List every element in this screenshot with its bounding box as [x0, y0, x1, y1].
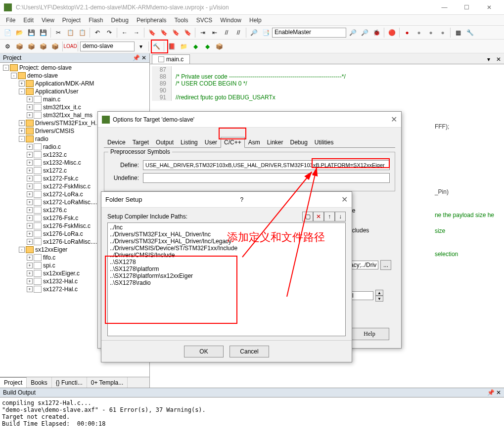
- redo-icon[interactable]: ↷: [104, 27, 115, 38]
- move-up-icon[interactable]: ↑: [324, 212, 335, 222]
- open-icon[interactable]: 📂: [14, 27, 25, 38]
- outdent-icon[interactable]: ⇤: [209, 27, 220, 38]
- options-tab-linker[interactable]: Linker: [264, 137, 287, 148]
- target-select[interactable]: demo-slave: [80, 42, 135, 51]
- include-path-item[interactable]: ../Drivers/CMSIS/Include: [109, 252, 344, 259]
- tab-close-icon[interactable]: ✕: [493, 55, 504, 64]
- comment-icon[interactable]: //: [221, 27, 232, 38]
- build-icon[interactable]: 📦: [14, 41, 25, 52]
- options-tab-target[interactable]: Target: [129, 137, 152, 148]
- bookmark-prev-icon[interactable]: 🔖: [158, 27, 169, 38]
- bottom-tab-3[interactable]: 0+ Templa...: [87, 377, 128, 388]
- options-tab-debug[interactable]: Debug: [286, 137, 311, 148]
- define-input[interactable]: [143, 160, 390, 170]
- grp-mdkarm[interactable]: +Application/MDK-ARM: [1, 80, 148, 88]
- options-close-icon[interactable]: ✕: [391, 115, 397, 124]
- manage-icon[interactable]: 📕: [166, 41, 177, 52]
- tab-dropdown-icon[interactable]: ▾: [484, 55, 493, 64]
- uncomment-icon[interactable]: //: [233, 27, 244, 38]
- spinner-up[interactable]: ▲: [375, 290, 383, 296]
- cancel-button[interactable]: Cancel: [229, 346, 269, 357]
- tab-main-c[interactable]: main.c: [152, 54, 190, 64]
- incremental-icon[interactable]: 📑: [260, 27, 271, 38]
- nav-back-icon[interactable]: ←: [119, 27, 130, 38]
- bookmark-icon[interactable]: 🔖: [146, 27, 157, 38]
- bookmark-clear-icon[interactable]: 🔖: [182, 27, 193, 38]
- kill-icon[interactable]: ●: [437, 27, 448, 38]
- menu-project[interactable]: Project: [58, 17, 85, 24]
- maximize-button[interactable]: ☐: [456, 0, 478, 15]
- cut-icon[interactable]: ✂: [53, 27, 64, 38]
- build-pin-icon[interactable]: 📌 ✕: [487, 389, 501, 396]
- build-output-text[interactable]: compiling sx1272-Hal.c... "demo-slave\de…: [0, 398, 504, 443]
- config-icon[interactable]: 🔧: [464, 27, 475, 38]
- stop-icon[interactable]: ●: [413, 27, 424, 38]
- spinner-down[interactable]: ▼: [375, 296, 383, 302]
- include-path-item[interactable]: ../Inc: [109, 224, 344, 231]
- indent-icon[interactable]: ⇥: [197, 27, 208, 38]
- ok-button[interactable]: OK: [184, 346, 224, 357]
- pack-installer-icon[interactable]: 📦: [214, 41, 225, 52]
- browse-button[interactable]: ...: [380, 260, 391, 270]
- manage-rte-icon[interactable]: ◆: [190, 41, 201, 52]
- folder-help-icon[interactable]: ?: [236, 196, 247, 203]
- include-path-item[interactable]: ..\SX1278\radio: [109, 279, 344, 286]
- find-combo[interactable]: EnableMaster: [272, 28, 346, 38]
- download-icon[interactable]: LOAD: [65, 41, 76, 52]
- options-tab-utilities[interactable]: Utilities: [311, 137, 337, 148]
- include-path-snippet[interactable]: [349, 261, 378, 269]
- options-icon[interactable]: 🔨: [151, 41, 162, 52]
- target[interactable]: -demo-slave: [1, 72, 148, 80]
- save-all-icon[interactable]: 💾: [38, 27, 48, 38]
- undo-icon[interactable]: ↶: [92, 27, 103, 38]
- menu-flash[interactable]: Flash: [85, 17, 107, 24]
- options-tab-output[interactable]: Output: [152, 137, 177, 148]
- nav-fwd-icon[interactable]: →: [131, 27, 142, 38]
- find-in-files-icon[interactable]: 🔎: [347, 27, 358, 38]
- grp-user[interactable]: -Application/User: [1, 88, 148, 95]
- menu-file[interactable]: File: [2, 17, 19, 24]
- find-icon[interactable]: 🔎: [248, 27, 259, 38]
- copy-icon[interactable]: 📋: [65, 27, 76, 38]
- bookmark-next-icon[interactable]: 🔖: [170, 27, 181, 38]
- bottom-tab-1[interactable]: Books: [27, 377, 51, 388]
- include-path-item[interactable]: ../Drivers/CMSIS/Device/ST/STM32F1xx/Inc…: [109, 245, 344, 252]
- include-paths-list[interactable]: ../Inc../Drivers/STM32F1xx_HAL_Driver/In…: [107, 222, 346, 336]
- include-path-item[interactable]: ../Drivers/STM32F1xx_HAL_Driver/Inc: [109, 231, 344, 238]
- file-main[interactable]: +main.c: [1, 95, 148, 103]
- options-tab-cc[interactable]: C/C++: [221, 137, 245, 148]
- proj-root[interactable]: -Project: demo-slave: [1, 64, 148, 72]
- panel-pin-icon[interactable]: 📌 ✕: [133, 54, 146, 61]
- menu-svcs[interactable]: SVCS: [192, 17, 217, 24]
- menu-debug[interactable]: Debug: [107, 17, 133, 24]
- include-path-item[interactable]: ../Drivers/STM32F1xx_HAL_Driver/Inc/Lega…: [109, 238, 344, 245]
- file-ext-icon[interactable]: 📁: [178, 41, 189, 52]
- search-icon[interactable]: 🔎: [359, 27, 370, 38]
- file-it[interactable]: +stm32f1xx_it.c: [1, 103, 148, 111]
- new-path-icon[interactable]: ▢: [302, 212, 313, 222]
- rebuild-icon[interactable]: 📦: [26, 41, 37, 52]
- paste-icon[interactable]: 📋: [77, 27, 88, 38]
- new-file-icon[interactable]: 📄: [2, 27, 13, 38]
- bottom-tab-0[interactable]: Project: [0, 377, 27, 388]
- menu-help[interactable]: Help: [245, 17, 266, 24]
- misc-snippet[interactable]: [349, 291, 373, 300]
- help-button[interactable]: Help: [350, 328, 389, 340]
- batch-build-icon[interactable]: 📦: [38, 41, 48, 52]
- menu-view[interactable]: View: [38, 17, 58, 24]
- breakpoint-icon[interactable]: 🔴: [386, 27, 397, 38]
- stop-build-icon[interactable]: 📦: [49, 41, 60, 52]
- target-dropdown-icon[interactable]: ▾: [136, 41, 146, 52]
- menu-edit[interactable]: Edit: [19, 17, 38, 24]
- bottom-tab-2[interactable]: {} Functi...: [52, 377, 87, 388]
- options-tab-user[interactable]: User: [201, 137, 221, 148]
- menu-window[interactable]: Window: [216, 17, 245, 24]
- options-tab-device[interactable]: Device: [104, 137, 129, 148]
- close-button[interactable]: ✕: [478, 0, 500, 15]
- menu-tools[interactable]: Tools: [171, 17, 192, 24]
- menu-peripherals[interactable]: Peripherals: [133, 17, 171, 24]
- folder-close-icon[interactable]: ✕: [341, 195, 348, 204]
- options-tab-listing[interactable]: Listing: [177, 137, 201, 148]
- pack-icon[interactable]: ◆: [202, 41, 213, 52]
- minimize-button[interactable]: —: [433, 0, 456, 15]
